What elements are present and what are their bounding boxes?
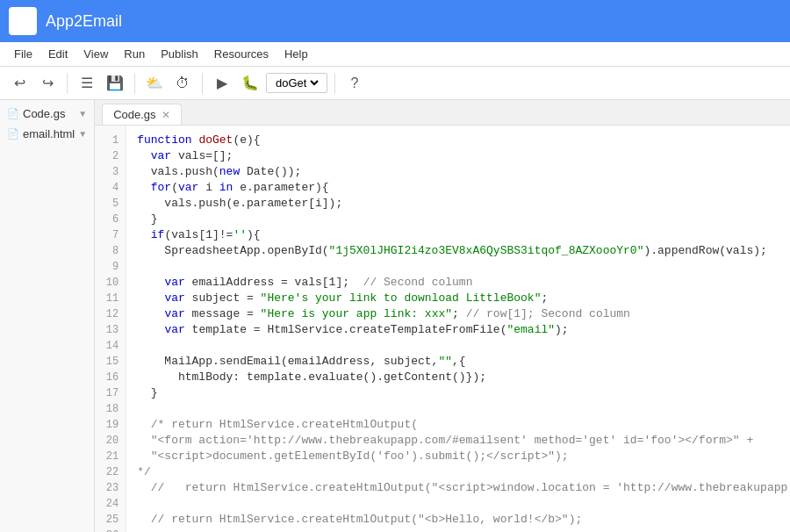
top-bar: App2Email [0,0,790,42]
sidebar-file-code-gs-label: Code.gs [23,107,75,120]
line-numbers: 12345 678910 1112131415 1617181920 21222… [95,126,126,532]
tab-code-gs-label: Code.gs [113,108,155,121]
tab-code-gs[interactable]: Code.gs ✕ [102,104,181,125]
sidebar-arrow-code-gs: ▼ [78,109,87,119]
menu-bar: File Edit View Run Publish Resources Hel… [0,42,790,67]
tab-close-icon[interactable]: ✕ [162,109,170,121]
menu-edit[interactable]: Edit [41,46,75,62]
function-selector[interactable]: doGet [266,73,327,93]
debug-button[interactable]: 🐛 [238,71,262,96]
arrow-icon [16,12,30,30]
code-editor[interactable]: 12345 678910 1112131415 1617181920 21222… [95,126,790,532]
separator-3 [202,73,203,94]
file-icon-code-gs: 📄 [7,108,19,119]
menu-run[interactable]: Run [117,46,152,62]
app-logo [9,7,37,35]
separator-2 [134,73,135,94]
time-trigger-button[interactable]: ⏱ [170,71,195,96]
main-content: 📄 Code.gs ▼ 📄 email.html ▼ Code.gs ✕ 123… [0,100,790,532]
separator-4 [334,73,335,94]
sidebar-item-code-gs[interactable]: 📄 Code.gs ▼ [0,104,94,124]
code-area: Code.gs ✕ 12345 678910 1112131415 161718… [95,100,790,532]
menu-view[interactable]: View [76,46,115,62]
sidebar: 📄 Code.gs ▼ 📄 email.html ▼ [0,100,95,532]
code-tabs: Code.gs ✕ [95,100,790,126]
toolbar: ↩ ↪ ☰ 💾 ⛅ ⏱ ▶ 🐛 doGet ? [0,67,790,100]
undo-button[interactable]: ↩ [7,71,32,96]
file-icon-email-html: 📄 [7,128,19,140]
app-title: App2Email [46,12,122,31]
code-content[interactable]: function doGet(e){ var vals=[]; vals.pus… [126,126,790,532]
function-dropdown[interactable]: doGet [272,75,321,90]
separator-1 [67,73,68,94]
deploy-button[interactable]: ⛅ [142,71,167,96]
list-button[interactable]: ☰ [75,71,99,96]
help-button[interactable]: ? [342,71,367,96]
run-button[interactable]: ▶ [210,71,234,96]
sidebar-file-email-html-label: email.html [23,127,75,140]
save-button[interactable]: 💾 [103,71,127,96]
menu-resources[interactable]: Resources [207,46,276,62]
menu-help[interactable]: Help [277,46,315,62]
redo-button[interactable]: ↪ [35,71,60,96]
menu-file[interactable]: File [7,46,40,62]
sidebar-item-email-html[interactable]: 📄 email.html ▼ [0,124,94,144]
sidebar-arrow-email-html: ▼ [78,129,87,139]
menu-publish[interactable]: Publish [154,46,205,62]
